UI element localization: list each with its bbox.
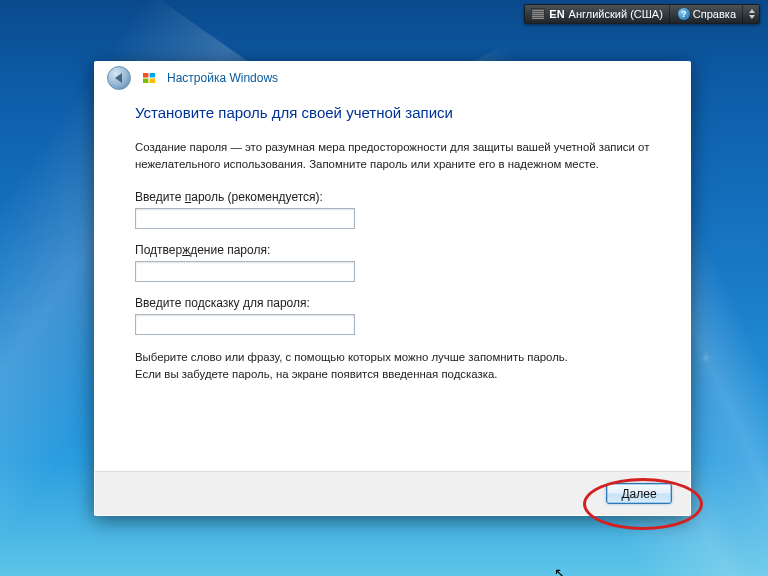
content-area: Установите пароль для своей учетной запи…: [95, 94, 690, 382]
hint-help-text: Выберите слово или фразу, с помощью кото…: [135, 349, 650, 382]
lang-code: EN: [549, 8, 564, 20]
mouse-cursor-icon: ↖: [554, 565, 566, 576]
back-button[interactable]: [107, 66, 131, 90]
language-help-toolbar: EN Английский (США) ? Справка: [524, 4, 760, 24]
toolbar-dropdown[interactable]: [745, 5, 759, 23]
hint-field-group: Введите подсказку для пароля:: [135, 296, 650, 335]
help-button[interactable]: ? Справка: [672, 5, 743, 23]
password-input[interactable]: [135, 208, 355, 229]
page-heading: Установите пароль для своей учетной запи…: [135, 104, 650, 121]
next-button[interactable]: Далее: [606, 483, 672, 504]
keyboard-icon: [531, 8, 545, 20]
window-header: Настройка Windows: [95, 62, 690, 94]
window-footer: Далее: [95, 471, 690, 515]
help-label: Справка: [693, 8, 736, 20]
confirm-password-label: Подтверждение пароля:: [135, 243, 650, 257]
help-icon: ?: [678, 8, 690, 20]
hint-input[interactable]: [135, 314, 355, 335]
page-description: Создание пароля — это разумная мера пред…: [135, 139, 650, 172]
password-label: Введите пароль (рекомендуется):: [135, 190, 650, 204]
back-arrow-icon: [115, 73, 122, 83]
confirm-password-input[interactable]: [135, 261, 355, 282]
confirm-password-field-group: Подтверждение пароля:: [135, 243, 650, 282]
window-title: Настройка Windows: [167, 71, 278, 85]
setup-window: Настройка Windows Установите пароль для …: [94, 61, 691, 516]
password-field-group: Введите пароль (рекомендуется):: [135, 190, 650, 229]
windows-logo-icon: [141, 71, 157, 85]
hint-label: Введите подсказку для пароля:: [135, 296, 650, 310]
lang-name: Английский (США): [569, 8, 663, 20]
language-selector[interactable]: EN Английский (США): [525, 5, 670, 23]
